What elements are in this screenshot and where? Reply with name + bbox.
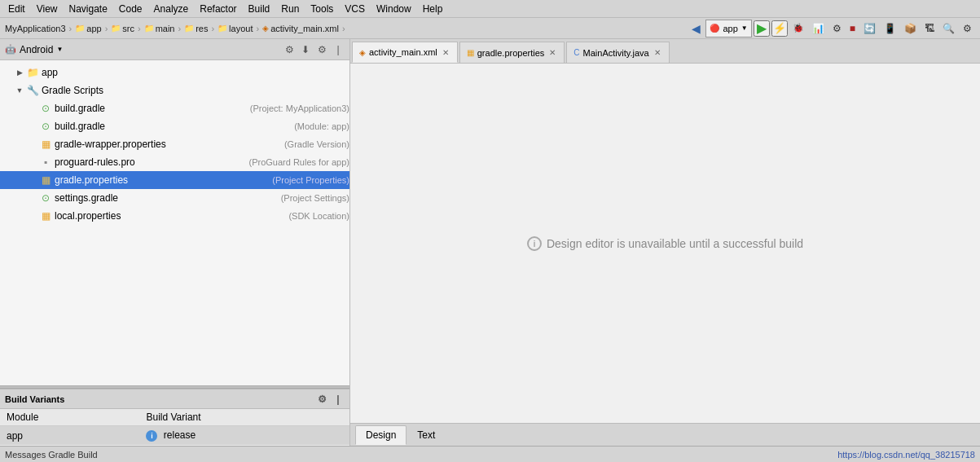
tree-item-app[interactable]: ▶ 📁 app: [0, 64, 349, 81]
folder-app-icon: 📁: [26, 66, 39, 79]
tab-text[interactable]: Text: [407, 425, 446, 445]
tab-design[interactable]: Design: [355, 425, 407, 445]
build-variants-actions: ⚙ |: [315, 393, 345, 406]
search-everywhere-button[interactable]: 🔍: [939, 21, 958, 36]
app-config-dropdown[interactable]: 🔴 app ▼: [705, 20, 751, 37]
tab-label-gradle: gradle.properties: [477, 48, 545, 58]
tree-meta-build-module: (Module: app): [294, 119, 349, 134]
tree-item-proguard[interactable]: ▪ proguard-rules.pro (ProGuard Rules for…: [0, 153, 349, 171]
tree-meta-settings-gradle: (Project Settings): [281, 191, 349, 205]
info-icon[interactable]: i: [146, 430, 157, 442]
breadcrumb-file[interactable]: activity_main.xml: [270, 24, 339, 33]
menu-window[interactable]: Window: [371, 2, 416, 16]
android-label: Android: [20, 44, 53, 55]
menu-help[interactable]: Help: [418, 2, 448, 16]
bv-module-cell: app: [0, 426, 139, 446]
menu-run[interactable]: Run: [276, 2, 304, 16]
sync-project-button[interactable]: ⚙: [283, 43, 296, 56]
nav-back-button[interactable]: ◀: [688, 20, 704, 37]
tab-close-java[interactable]: ✕: [653, 48, 662, 58]
menu-edit[interactable]: Edit: [3, 2, 30, 16]
bv-variant-name: release: [164, 429, 196, 441]
proguard-icon: ▪: [39, 156, 52, 169]
left-panel: 🤖 Android ▼ ⚙ ⬇ ⚙ | ▶ 📁 app: [0, 39, 350, 446]
tab-mainactivity[interactable]: C MainActivity.java ✕: [566, 42, 669, 63]
structure-button[interactable]: 🏗: [921, 21, 938, 36]
menu-navigate[interactable]: Navigate: [64, 2, 112, 16]
tree-meta-local-props: (SDK Location): [288, 209, 349, 223]
properties-icon-2: ▦: [39, 174, 52, 187]
debug-button[interactable]: ⚡: [771, 20, 788, 37]
file-tree: ▶ 📁 app ▼ 🔧 Gradle Scripts ⊙ build.gradl…: [0, 60, 349, 385]
menu-bar: Edit View Navigate Code Analyze Refactor…: [0, 0, 980, 18]
breadcrumb-main[interactable]: main: [156, 24, 175, 33]
properties-icon-1: ▦: [39, 138, 52, 151]
arrow-expanded-icon: ▼: [13, 83, 26, 98]
tree-label-proguard: proguard-rules.pro: [55, 155, 246, 169]
breadcrumb: MyApplication3 › 📁 app › 📁 src › 📁 main …: [5, 24, 347, 33]
tree-item-build-gradle-module[interactable]: ⊙ build.gradle (Module: app): [0, 117, 349, 135]
bv-col-variant: Build Variant: [139, 409, 349, 426]
bv-row[interactable]: app i release: [0, 426, 349, 446]
menu-tools[interactable]: Tools: [305, 2, 338, 16]
breadcrumb-res[interactable]: res: [196, 24, 208, 33]
bv-layout-button[interactable]: |: [332, 393, 345, 406]
app-config-label: app: [723, 24, 737, 33]
stop-button[interactable]: ■: [846, 21, 859, 36]
tree-label-settings-gradle: settings.gradle: [55, 191, 278, 205]
tree-label-gradle-wrapper: gradle-wrapper.properties: [55, 137, 281, 152]
tree-item-build-gradle-project[interactable]: ⊙ build.gradle (Project: MyApplication3): [0, 99, 349, 117]
main-area: 🤖 Android ▼ ⚙ ⬇ ⚙ | ▶ 📁 app: [0, 39, 980, 446]
breadcrumb-layout[interactable]: layout: [229, 24, 253, 33]
tab-activity-main[interactable]: ◈ activity_main.xml ✕: [352, 42, 458, 63]
build-variants-table: Module Build Variant app i release: [0, 409, 349, 446]
sync-button[interactable]: 🔄: [860, 21, 879, 36]
collapse-all-button[interactable]: ⬇: [299, 43, 312, 56]
settings-panel-button[interactable]: ⚙: [315, 43, 328, 56]
layout-panel-button[interactable]: |: [332, 43, 345, 56]
properties-icon-3: ▦: [39, 209, 52, 222]
arrow-icon: ▶: [13, 65, 26, 80]
tree-label-gradle-scripts: Gradle Scripts: [42, 83, 349, 98]
gradle-file-icon-2: ⊙: [39, 120, 52, 133]
breadcrumb-app[interactable]: app: [86, 24, 101, 33]
apply-changes-button[interactable]: ⚙: [829, 21, 845, 36]
unavailable-message: i Design editor is unavailable until a s…: [527, 236, 803, 251]
menu-view[interactable]: View: [32, 2, 63, 16]
tab-gradle-properties[interactable]: ▦ gradle.properties ✕: [459, 42, 565, 63]
tree-meta-gradle-props: (Project Properties): [272, 173, 349, 187]
breadcrumb-project[interactable]: MyApplication3: [5, 24, 66, 33]
tree-item-gradle-scripts[interactable]: ▼ 🔧 Gradle Scripts: [0, 81, 349, 99]
run-button[interactable]: ▶: [754, 20, 770, 37]
tab-xml-icon: ◈: [359, 48, 366, 57]
menu-vcs[interactable]: VCS: [340, 2, 370, 16]
breadcrumb-src[interactable]: src: [122, 24, 134, 33]
menu-code[interactable]: Code: [114, 2, 147, 16]
tab-close-gradle[interactable]: ✕: [547, 48, 557, 58]
tree-item-settings-gradle[interactable]: ⊙ settings.gradle (Project Settings): [0, 189, 349, 207]
bv-col-module: Module: [0, 409, 139, 426]
tree-item-local-properties[interactable]: ▦ local.properties (SDK Location): [0, 207, 349, 225]
menu-analyze[interactable]: Analyze: [149, 2, 194, 16]
editor-bottom-tabs: Design Text: [350, 423, 980, 446]
editor-panel: ◈ activity_main.xml ✕ ▦ gradle.propertie…: [350, 39, 980, 446]
status-right: https://blog.csdn.net/qq_38215718: [837, 450, 975, 460]
settings-button[interactable]: ⚙: [960, 21, 975, 36]
unavailable-text: Design editor is unavailable until a suc…: [547, 237, 803, 250]
tree-item-gradle-properties[interactable]: ▦ gradle.properties (Project Properties): [0, 171, 349, 189]
sdk-manager-button[interactable]: 📦: [901, 21, 920, 36]
profile-button[interactable]: 📊: [809, 21, 828, 36]
panel-header: 🤖 Android ▼ ⚙ ⬇ ⚙ |: [0, 39, 349, 60]
attach-debugger-button[interactable]: 🐞: [789, 21, 807, 35]
menu-build[interactable]: Build: [244, 2, 275, 16]
menu-refactor[interactable]: Refactor: [195, 2, 241, 16]
bv-settings-button[interactable]: ⚙: [315, 393, 328, 406]
info-circle-icon: i: [527, 236, 542, 251]
tree-item-gradle-wrapper[interactable]: ▦ gradle-wrapper.properties (Gradle Vers…: [0, 135, 349, 153]
android-dropdown[interactable]: 🤖 Android ▼: [5, 44, 63, 55]
tree-meta-proguard: (ProGuard Rules for app): [249, 155, 350, 169]
panel-actions: ⚙ ⬇ ⚙ |: [283, 43, 345, 56]
tab-gradle-icon: ▦: [467, 48, 474, 57]
avd-manager-button[interactable]: 📱: [881, 21, 899, 36]
tab-close-activity[interactable]: ✕: [441, 47, 450, 57]
